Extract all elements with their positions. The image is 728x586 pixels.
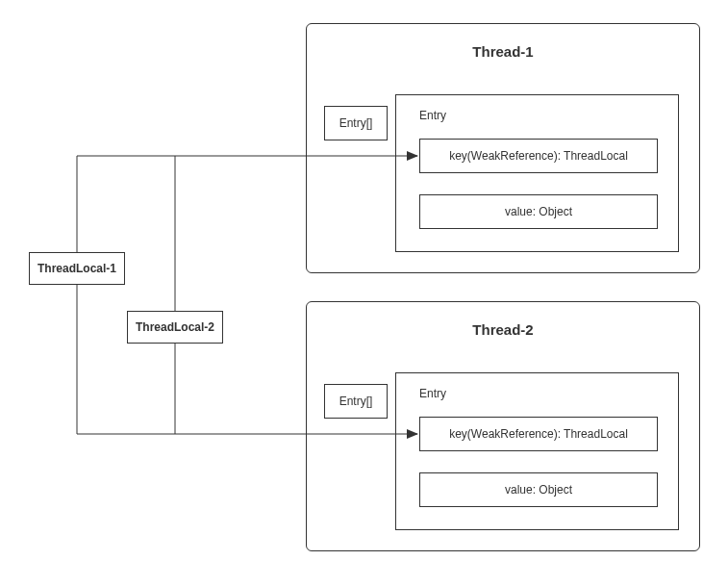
thread-2-key-box: key(WeakReference): ThreadLocal [419, 417, 658, 451]
threadlocal-2-box: ThreadLocal-2 [127, 311, 223, 344]
threadlocal-1-box: ThreadLocal-1 [29, 252, 125, 285]
thread-2-title: Thread-2 [307, 321, 699, 338]
thread-1-key-box: key(WeakReference): ThreadLocal [419, 139, 658, 173]
thread-1-entry-label: Entry [419, 109, 446, 122]
thread-1-entry-array: Entry[] [324, 106, 388, 140]
thread-1-entry-array-label: Entry[] [339, 116, 373, 130]
thread-2-entry-label: Entry [419, 387, 446, 400]
thread-2-entry-array-label: Entry[] [339, 395, 373, 408]
thread-2-key-label: key(WeakReference): ThreadLocal [449, 427, 628, 441]
thread-1-title: Thread-1 [307, 43, 699, 60]
thread-2-entry-array: Entry[] [324, 384, 388, 419]
thread-2-value-label: value: Object [505, 483, 572, 497]
thread-1-value-box: value: Object [419, 194, 658, 229]
thread-1-value-label: value: Object [505, 205, 572, 218]
thread-2-value-box: value: Object [419, 472, 658, 507]
threadlocal-2-label: ThreadLocal-2 [136, 320, 214, 334]
thread-1-key-label: key(WeakReference): ThreadLocal [449, 149, 628, 163]
threadlocal-1-label: ThreadLocal-1 [38, 262, 116, 275]
